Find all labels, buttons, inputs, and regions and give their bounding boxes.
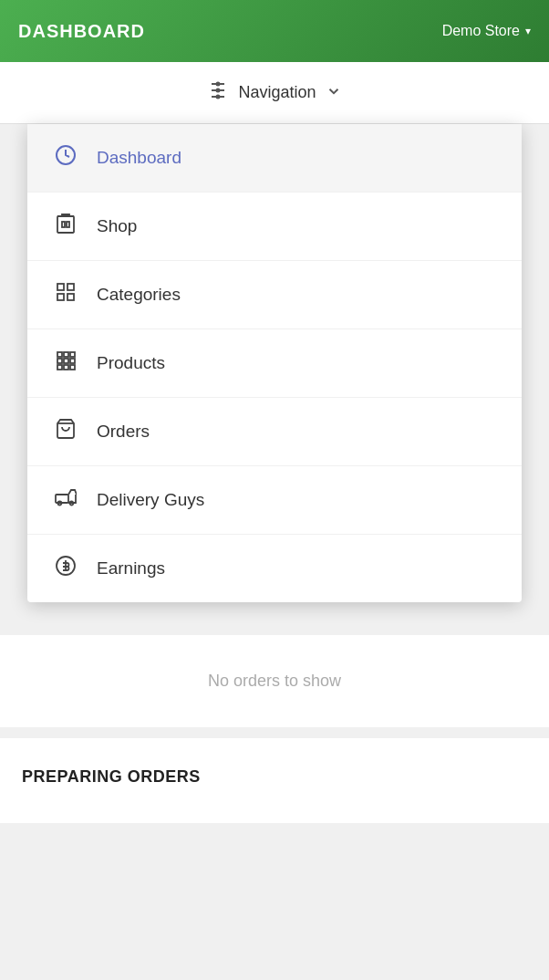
svg-rect-10 (67, 284, 74, 290)
store-selector[interactable]: Demo Store ▾ (442, 23, 531, 39)
categories-icon (53, 281, 78, 308)
menu-item-shop[interactable]: Shop (27, 193, 522, 261)
svg-rect-17 (64, 359, 68, 363)
menu-item-dashboard-label: Dashboard (97, 148, 181, 168)
shop-icon (53, 213, 78, 240)
preparing-orders-title: PREPARING ORDERS (22, 767, 201, 786)
navigation-dropdown: Dashboard Shop Categories (27, 124, 522, 602)
store-chevron-icon: ▾ (525, 25, 531, 37)
svg-rect-18 (70, 359, 75, 363)
navigation-chevron-icon (326, 83, 342, 102)
preparing-orders-card: PREPARING ORDERS (0, 738, 549, 823)
menu-item-delivery[interactable]: Delivery Guys (27, 466, 522, 535)
menu-item-orders-label: Orders (97, 422, 150, 442)
svg-rect-7 (62, 222, 65, 227)
navigation-icon (207, 79, 229, 107)
svg-rect-13 (57, 352, 62, 357)
navigation-bar[interactable]: Navigation (0, 62, 549, 124)
svg-rect-19 (57, 365, 62, 370)
app-header: DASHBOARD Demo Store ▾ (0, 0, 549, 62)
delivery-icon (53, 486, 78, 514)
svg-rect-6 (57, 216, 74, 233)
store-name: Demo Store (442, 23, 520, 39)
svg-rect-15 (70, 352, 75, 357)
navigation-label: Navigation (238, 83, 316, 102)
app-title: DASHBOARD (18, 21, 145, 42)
menu-item-orders[interactable]: Orders (27, 398, 522, 466)
svg-rect-14 (64, 352, 68, 357)
no-orders-text: No orders to show (208, 672, 341, 691)
orders-icon (53, 418, 78, 445)
svg-rect-12 (67, 294, 74, 300)
svg-rect-11 (57, 294, 64, 300)
products-icon (53, 349, 78, 377)
menu-item-categories-label: Categories (97, 285, 181, 305)
svg-rect-20 (64, 365, 68, 370)
svg-rect-21 (70, 365, 75, 370)
menu-item-delivery-label: Delivery Guys (97, 490, 204, 510)
menu-item-dashboard[interactable]: Dashboard (27, 124, 522, 193)
no-orders-card: No orders to show (0, 635, 549, 727)
earnings-icon (53, 555, 78, 582)
menu-item-categories[interactable]: Categories (27, 261, 522, 329)
menu-item-earnings-label: Earnings (97, 558, 165, 579)
svg-rect-16 (57, 359, 62, 363)
menu-item-products[interactable]: Products (27, 329, 522, 398)
dashboard-icon (53, 144, 78, 172)
menu-item-shop-label: Shop (97, 216, 137, 236)
svg-rect-23 (56, 495, 68, 503)
menu-item-products-label: Products (97, 353, 165, 373)
svg-rect-8 (67, 222, 69, 227)
menu-item-earnings[interactable]: Earnings (27, 535, 522, 602)
svg-rect-9 (57, 284, 64, 290)
